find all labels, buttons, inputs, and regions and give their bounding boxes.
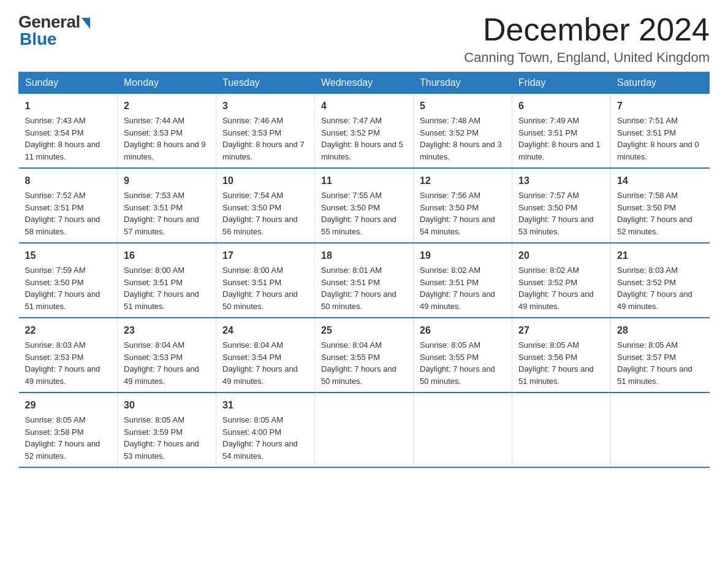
day-info: Sunrise: 7:43 AMSunset: 3:54 PMDaylight:… — [25, 116, 100, 161]
day-number: 21 — [617, 248, 703, 263]
calendar-cell: 24Sunrise: 8:04 AMSunset: 3:54 PMDayligh… — [216, 318, 315, 393]
day-number: 9 — [124, 174, 210, 188]
day-info: Sunrise: 7:58 AMSunset: 3:50 PMDaylight:… — [617, 191, 692, 236]
day-info: Sunrise: 8:03 AMSunset: 3:52 PMDaylight:… — [617, 266, 692, 311]
day-info: Sunrise: 8:00 AMSunset: 3:51 PMDaylight:… — [222, 266, 298, 311]
calendar-body: 1Sunrise: 7:43 AMSunset: 3:54 PMDaylight… — [19, 94, 710, 468]
calendar-cell: 19Sunrise: 8:02 AMSunset: 3:51 PMDayligh… — [414, 243, 512, 318]
day-number: 1 — [25, 99, 112, 113]
day-info: Sunrise: 8:05 AMSunset: 3:58 PMDaylight:… — [25, 415, 100, 461]
calendar-cell: 25Sunrise: 8:04 AMSunset: 3:55 PMDayligh… — [315, 318, 414, 393]
day-number: 12 — [420, 174, 506, 188]
day-info: Sunrise: 7:53 AMSunset: 3:51 PMDaylight:… — [124, 191, 199, 236]
day-number: 5 — [420, 99, 506, 113]
day-number: 27 — [518, 323, 604, 338]
day-number: 17 — [222, 248, 308, 263]
calendar-cell: 28Sunrise: 8:05 AMSunset: 3:57 PMDayligh… — [611, 318, 710, 393]
calendar-cell: 20Sunrise: 8:02 AMSunset: 3:52 PMDayligh… — [512, 243, 611, 318]
day-number: 23 — [124, 323, 210, 338]
calendar-week-5: 29Sunrise: 8:05 AMSunset: 3:58 PMDayligh… — [19, 393, 710, 467]
day-info: Sunrise: 7:54 AMSunset: 3:50 PMDaylight:… — [222, 191, 298, 236]
day-number: 16 — [124, 248, 210, 263]
calendar-week-2: 8Sunrise: 7:52 AMSunset: 3:51 PMDaylight… — [19, 168, 710, 243]
day-info: Sunrise: 8:04 AMSunset: 3:53 PMDaylight:… — [124, 340, 199, 386]
calendar-cell: 3Sunrise: 7:46 AMSunset: 3:53 PMDaylight… — [216, 94, 315, 169]
day-number: 13 — [518, 174, 604, 188]
day-number: 6 — [518, 99, 604, 113]
day-info: Sunrise: 8:05 AMSunset: 3:57 PMDaylight:… — [617, 340, 692, 386]
day-info: Sunrise: 8:04 AMSunset: 3:55 PMDaylight:… — [321, 340, 396, 386]
weekday-row: SundayMondayTuesdayWednesdayThursdayFrid… — [19, 72, 710, 94]
day-number: 3 — [222, 99, 308, 113]
day-number: 28 — [617, 323, 703, 338]
day-info: Sunrise: 7:59 AMSunset: 3:50 PMDaylight:… — [25, 266, 100, 311]
day-number: 19 — [420, 248, 506, 263]
logo: General Blue — [18, 12, 90, 49]
day-number: 4 — [321, 99, 407, 113]
calendar-cell: 18Sunrise: 8:01 AMSunset: 3:51 PMDayligh… — [315, 243, 414, 318]
day-number: 20 — [518, 248, 604, 263]
day-number: 26 — [420, 323, 506, 338]
calendar-cell — [414, 393, 512, 467]
title-section: December 2024 Canning Town, England, Uni… — [464, 12, 710, 66]
day-info: Sunrise: 7:48 AMSunset: 3:52 PMDaylight:… — [420, 116, 502, 161]
month-title: December 2024 — [464, 12, 710, 47]
day-info: Sunrise: 7:47 AMSunset: 3:52 PMDaylight:… — [321, 116, 403, 161]
calendar-cell: 26Sunrise: 8:05 AMSunset: 3:55 PMDayligh… — [414, 318, 512, 393]
calendar-cell: 8Sunrise: 7:52 AMSunset: 3:51 PMDaylight… — [19, 168, 118, 243]
calendar-week-4: 22Sunrise: 8:03 AMSunset: 3:53 PMDayligh… — [19, 318, 710, 393]
page-header: General Blue December 2024 Canning Town,… — [18, 12, 710, 66]
calendar-cell: 9Sunrise: 7:53 AMSunset: 3:51 PMDaylight… — [118, 168, 216, 243]
day-info: Sunrise: 8:05 AMSunset: 4:00 PMDaylight:… — [222, 415, 298, 461]
calendar-cell — [611, 393, 710, 467]
day-number: 7 — [617, 99, 703, 113]
day-info: Sunrise: 8:00 AMSunset: 3:51 PMDaylight:… — [124, 266, 199, 311]
calendar-cell: 7Sunrise: 7:51 AMSunset: 3:51 PMDaylight… — [611, 94, 710, 169]
day-info: Sunrise: 8:03 AMSunset: 3:53 PMDaylight:… — [25, 340, 100, 386]
day-info: Sunrise: 8:05 AMSunset: 3:55 PMDaylight:… — [420, 340, 495, 386]
calendar-cell: 30Sunrise: 8:05 AMSunset: 3:59 PMDayligh… — [118, 393, 216, 467]
day-number: 29 — [25, 398, 112, 413]
day-info: Sunrise: 8:01 AMSunset: 3:51 PMDaylight:… — [321, 266, 396, 311]
weekday-header-tuesday: Tuesday — [216, 72, 315, 94]
calendar-cell: 15Sunrise: 7:59 AMSunset: 3:50 PMDayligh… — [19, 243, 118, 318]
calendar-cell: 13Sunrise: 7:57 AMSunset: 3:50 PMDayligh… — [512, 168, 611, 243]
day-number: 25 — [321, 323, 407, 338]
day-number: 8 — [25, 174, 112, 188]
calendar-cell: 14Sunrise: 7:58 AMSunset: 3:50 PMDayligh… — [611, 168, 710, 243]
weekday-header-thursday: Thursday — [414, 72, 512, 94]
day-info: Sunrise: 7:56 AMSunset: 3:50 PMDaylight:… — [420, 191, 495, 236]
calendar-cell: 6Sunrise: 7:49 AMSunset: 3:51 PMDaylight… — [512, 94, 611, 169]
day-number: 2 — [124, 99, 210, 113]
day-info: Sunrise: 7:44 AMSunset: 3:53 PMDaylight:… — [124, 116, 206, 161]
calendar-cell: 17Sunrise: 8:00 AMSunset: 3:51 PMDayligh… — [216, 243, 315, 318]
day-number: 22 — [25, 323, 112, 338]
calendar-cell: 16Sunrise: 8:00 AMSunset: 3:51 PMDayligh… — [118, 243, 216, 318]
calendar-cell: 27Sunrise: 8:05 AMSunset: 3:56 PMDayligh… — [512, 318, 611, 393]
day-number: 31 — [222, 398, 308, 413]
day-info: Sunrise: 8:02 AMSunset: 3:52 PMDaylight:… — [518, 266, 594, 311]
calendar-header: SundayMondayTuesdayWednesdayThursdayFrid… — [19, 72, 710, 94]
calendar-cell: 31Sunrise: 8:05 AMSunset: 4:00 PMDayligh… — [216, 393, 315, 467]
location-subtitle: Canning Town, England, United Kingdom — [464, 50, 710, 66]
day-number: 30 — [124, 398, 210, 413]
weekday-header-friday: Friday — [512, 72, 611, 94]
calendar-cell: 2Sunrise: 7:44 AMSunset: 3:53 PMDaylight… — [118, 94, 216, 169]
weekday-header-saturday: Saturday — [611, 72, 710, 94]
calendar-cell — [315, 393, 414, 467]
day-info: Sunrise: 8:05 AMSunset: 3:56 PMDaylight:… — [518, 340, 594, 386]
day-info: Sunrise: 7:51 AMSunset: 3:51 PMDaylight:… — [617, 116, 699, 161]
weekday-header-wednesday: Wednesday — [315, 72, 414, 94]
day-info: Sunrise: 8:05 AMSunset: 3:59 PMDaylight:… — [124, 415, 199, 461]
day-info: Sunrise: 7:49 AMSunset: 3:51 PMDaylight:… — [518, 116, 601, 161]
day-number: 15 — [25, 248, 112, 263]
day-info: Sunrise: 7:46 AMSunset: 3:53 PMDaylight:… — [222, 116, 305, 161]
day-info: Sunrise: 7:57 AMSunset: 3:50 PMDaylight:… — [518, 191, 594, 236]
day-number: 24 — [222, 323, 308, 338]
weekday-header-sunday: Sunday — [19, 72, 118, 94]
day-info: Sunrise: 7:55 AMSunset: 3:50 PMDaylight:… — [321, 191, 396, 236]
calendar-cell: 1Sunrise: 7:43 AMSunset: 3:54 PMDaylight… — [19, 94, 118, 169]
day-number: 14 — [617, 174, 703, 188]
calendar-cell: 5Sunrise: 7:48 AMSunset: 3:52 PMDaylight… — [414, 94, 512, 169]
day-info: Sunrise: 8:04 AMSunset: 3:54 PMDaylight:… — [222, 340, 298, 386]
